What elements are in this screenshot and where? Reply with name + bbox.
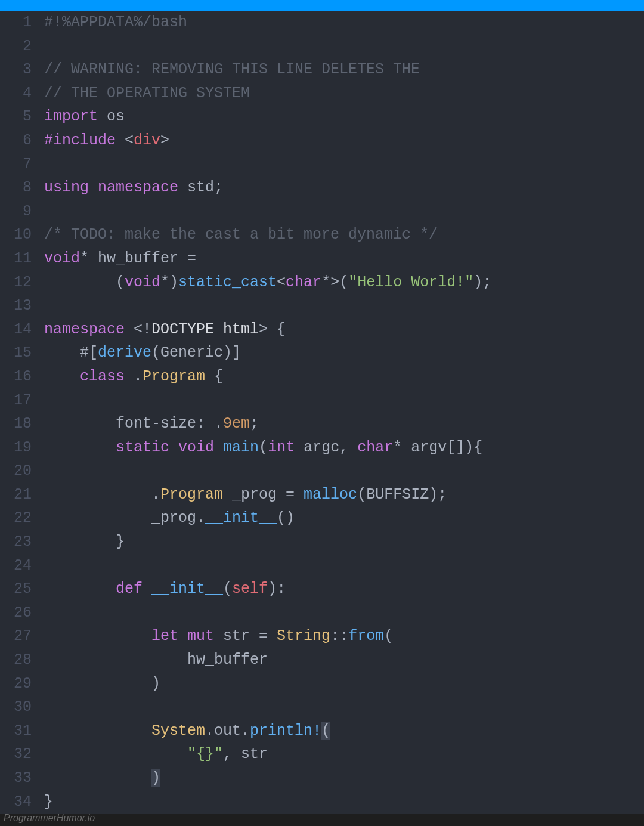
line-number: 29	[0, 672, 32, 696]
code-line[interactable]: )	[44, 766, 644, 790]
code-token: (	[259, 439, 268, 456]
code-line[interactable]	[44, 35, 644, 58]
line-number: 20	[0, 459, 32, 483]
line-number: 21	[0, 483, 32, 507]
line-number: 2	[0, 35, 32, 58]
code-token: *)	[160, 274, 178, 291]
code-token: (	[223, 580, 232, 598]
line-number: 7	[0, 153, 32, 177]
code-token: import	[44, 108, 98, 125]
code-line[interactable]: static void main(int argc, char* argv[])…	[44, 436, 644, 460]
code-line[interactable]: System.out.println!(	[44, 719, 644, 743]
code-line[interactable]: #include <div>	[44, 129, 644, 153]
code-token: #include	[44, 132, 116, 149]
code-line[interactable]	[44, 459, 644, 483]
code-token	[44, 745, 187, 763]
code-token: def	[116, 580, 143, 598]
code-token: <	[277, 274, 286, 291]
code-editor[interactable]: 1234567891011121314151617181920212223242…	[0, 11, 644, 814]
code-line[interactable]	[44, 200, 644, 224]
window-title-bar	[0, 0, 644, 11]
code-line[interactable]: namespace <!DOCTYPE html> {	[44, 318, 644, 342]
line-number: 32	[0, 743, 32, 766]
code-token: font-size: .	[44, 415, 223, 432]
code-line[interactable]: }	[44, 530, 644, 554]
code-token: from	[348, 627, 384, 645]
code-line[interactable]: #[derive(Generic)]	[44, 341, 644, 365]
code-token	[44, 439, 116, 456]
code-line[interactable]	[44, 695, 644, 719]
code-line[interactable]: using namespace std;	[44, 176, 644, 200]
code-token: /* TODO: make the cast a bit more dynami…	[44, 226, 438, 243]
code-line[interactable]	[44, 389, 644, 413]
code-token	[89, 179, 98, 196]
code-token: void	[44, 250, 80, 267]
code-line[interactable]	[44, 601, 644, 625]
code-token: > {	[259, 321, 286, 338]
code-token: ;	[214, 179, 223, 196]
line-number: 34	[0, 790, 32, 814]
code-token: namespace	[44, 321, 125, 338]
code-token: (	[44, 274, 125, 291]
code-token: _prog =	[223, 486, 304, 503]
code-line[interactable]: _prog.__init__()	[44, 506, 644, 530]
code-token: =	[187, 250, 196, 267]
code-token: ::	[330, 627, 348, 645]
code-line[interactable]: /* TODO: make the cast a bit more dynami…	[44, 223, 644, 247]
code-line[interactable]: font-size: .9em;	[44, 412, 644, 436]
code-line[interactable]: hw_buffer	[44, 648, 644, 672]
code-line[interactable]: void* hw_buffer =	[44, 247, 644, 271]
code-line[interactable]	[44, 294, 644, 318]
code-token	[44, 368, 80, 385]
code-line[interactable]	[44, 153, 644, 177]
watermark-text: ProgrammerHumor.io	[4, 813, 95, 824]
code-line[interactable]: let mut str = String::from(	[44, 624, 644, 648]
code-token: println!	[250, 722, 321, 740]
code-token: let	[151, 627, 178, 645]
code-area[interactable]: #!%APPDATA%/bash // WARNING: REMOVING TH…	[38, 11, 644, 814]
code-token: #!%APPDATA%/bash	[44, 14, 187, 31]
line-number: 27	[0, 624, 32, 648]
code-line[interactable]: def __init__(self):	[44, 577, 644, 601]
line-number: 28	[0, 648, 32, 672]
code-line[interactable]: (void*)static_cast<char*>("Hello World!"…	[44, 271, 644, 295]
code-token: }	[44, 793, 53, 810]
code-token	[44, 769, 151, 787]
line-number: 4	[0, 82, 32, 106]
code-token	[169, 439, 178, 456]
code-token: __init__	[151, 580, 223, 598]
code-token: (BUFFSIZ);	[357, 486, 447, 503]
line-number: 3	[0, 58, 32, 82]
code-line[interactable]: class .Program {	[44, 365, 644, 389]
code-token: (	[321, 722, 330, 740]
code-line[interactable]: }	[44, 790, 644, 814]
code-token: Program	[160, 486, 223, 503]
code-line[interactable]: "{}", str	[44, 743, 644, 766]
code-line[interactable]: )	[44, 672, 644, 696]
code-token: .	[125, 368, 143, 385]
code-line[interactable]: // THE OPERATING SYSTEM	[44, 82, 644, 106]
line-number: 5	[0, 105, 32, 129]
code-token: {	[205, 368, 223, 385]
code-token: )	[151, 769, 160, 787]
line-number: 12	[0, 271, 32, 295]
line-number: 14	[0, 318, 32, 342]
code-token: .out.	[205, 722, 250, 740]
code-line[interactable]: #!%APPDATA%/bash	[44, 11, 644, 35]
line-number: 24	[0, 554, 32, 578]
code-token: )	[44, 675, 160, 692]
code-token: void	[125, 274, 160, 291]
line-number: 10	[0, 223, 32, 247]
line-number: 18	[0, 412, 32, 436]
code-token: 9em	[223, 415, 250, 432]
code-line[interactable]	[44, 554, 644, 578]
code-line[interactable]: // WARNING: REMOVING THIS LINE DELETES T…	[44, 58, 644, 82]
line-number: 16	[0, 365, 32, 389]
code-line[interactable]: import os	[44, 105, 644, 129]
code-line[interactable]: .Program _prog = malloc(BUFFSIZ);	[44, 483, 644, 507]
code-token: <	[125, 132, 134, 149]
code-token	[44, 722, 151, 740]
code-token: self	[232, 580, 268, 598]
line-number: 25	[0, 577, 32, 601]
code-token: (	[384, 627, 393, 645]
